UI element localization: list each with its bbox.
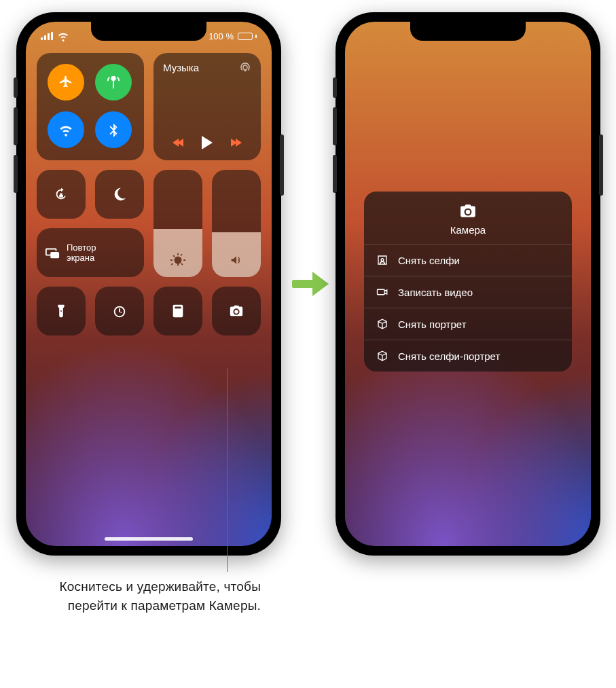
hardware-side-button — [280, 134, 284, 196]
callout-leader-line — [227, 368, 228, 572]
notch — [410, 22, 526, 41]
camera-button[interactable] — [212, 287, 261, 336]
now-playing-panel[interactable]: Музыка — [153, 53, 261, 160]
hardware-volume-down — [14, 155, 18, 193]
timer-button[interactable] — [95, 287, 144, 336]
airplane-mode-toggle[interactable] — [48, 64, 84, 101]
camera-context-menu: Камера Снять селфи Записать видео Снять … — [364, 192, 572, 372]
timer-icon — [112, 304, 127, 319]
flashlight-button[interactable] — [37, 287, 86, 336]
moon-icon — [112, 187, 127, 202]
camera-menu-item-portrait[interactable]: Снять портрет — [364, 308, 572, 340]
brightness-icon — [170, 253, 185, 268]
camera-menu-item-portrait-selfie[interactable]: Снять селфи-портрет — [364, 340, 572, 372]
screen: 100 % — [26, 22, 272, 546]
orientation-lock-icon — [54, 187, 69, 202]
camera-menu-item-label: Снять портрет — [398, 319, 467, 330]
brightness-slider[interactable] — [153, 170, 202, 277]
previous-track-button[interactable] — [173, 139, 182, 147]
do-not-disturb-toggle[interactable] — [95, 170, 144, 219]
home-indicator[interactable] — [105, 537, 193, 541]
camera-menu-item-label: Записать видео — [398, 287, 473, 298]
battery-icon — [238, 33, 257, 40]
camera-menu-header: Камера — [364, 192, 572, 244]
transition-arrow-icon — [292, 270, 329, 297]
now-playing-title: Музыка — [163, 62, 199, 73]
cellular-data-toggle[interactable] — [95, 64, 132, 101]
calculator-button[interactable] — [153, 287, 202, 336]
play-button[interactable] — [202, 136, 213, 149]
hardware-mute-switch — [14, 77, 18, 98]
bluetooth-toggle[interactable] — [95, 111, 132, 148]
cube-icon — [376, 350, 388, 362]
battery-percent: 100 % — [209, 31, 234, 41]
screen-mirroring-label: Повтор экрана — [67, 242, 96, 263]
orientation-lock-toggle[interactable] — [37, 170, 86, 219]
notch — [91, 22, 206, 41]
camera-menu-item-label: Снять селфи — [398, 255, 460, 266]
camera-menu-item-label: Снять селфи-портрет — [398, 350, 500, 362]
flashlight-icon — [54, 304, 69, 319]
bluetooth-icon — [106, 122, 121, 137]
screen-mirroring-button[interactable]: Повтор экрана — [37, 228, 144, 277]
selfie-icon — [376, 254, 388, 266]
phone-control-center: 100 % — [16, 12, 281, 556]
camera-icon — [459, 202, 477, 220]
wifi-toggle[interactable] — [48, 111, 84, 148]
camera-icon — [229, 304, 244, 319]
hardware-volume-up — [333, 107, 337, 145]
cellular-signal-icon — [41, 32, 53, 40]
wifi-icon — [58, 122, 73, 137]
screen: Камера Снять селфи Записать видео Снять … — [345, 22, 591, 546]
hardware-mute-switch — [333, 77, 337, 98]
volume-slider[interactable] — [212, 170, 261, 277]
hardware-volume-down — [333, 155, 337, 193]
screen-mirroring-icon — [45, 245, 60, 260]
wifi-status-icon — [57, 30, 69, 42]
camera-menu-title: Камера — [450, 224, 486, 236]
airplane-icon — [58, 75, 73, 90]
hardware-side-button — [599, 134, 603, 196]
next-track-button[interactable] — [232, 139, 242, 147]
antenna-icon — [106, 75, 121, 90]
callout-text: Коснитесь и удерживайте, чтобы перейти к… — [43, 577, 261, 615]
camera-menu-item-selfie[interactable]: Снять селфи — [364, 244, 572, 276]
connectivity-group[interactable] — [37, 53, 144, 160]
phone-camera-menu: Камера Снять селфи Записать видео Снять … — [336, 12, 600, 556]
calculator-icon — [170, 304, 185, 319]
video-icon — [376, 286, 388, 298]
volume-icon — [229, 253, 244, 268]
cube-icon — [376, 318, 388, 330]
hardware-volume-up — [14, 107, 18, 145]
camera-menu-item-video[interactable]: Записать видео — [364, 276, 572, 308]
airplay-icon[interactable] — [239, 61, 251, 73]
